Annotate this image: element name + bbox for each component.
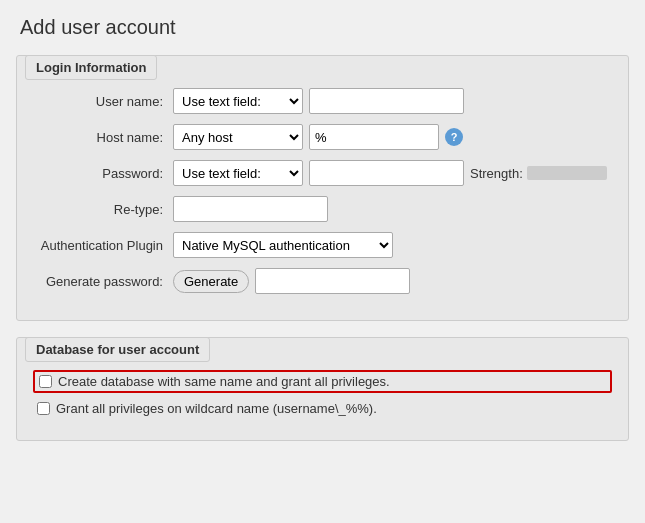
generate-password-row: Generate password: Generate bbox=[33, 268, 612, 294]
page-container: Add user account Login Information User … bbox=[0, 0, 645, 473]
strength-label: Strength: bbox=[470, 166, 523, 181]
login-section-header: Login Information bbox=[25, 55, 157, 80]
database-section: Database for user account Create databas… bbox=[16, 337, 629, 441]
wildcard-label: Grant all privileges on wildcard name (u… bbox=[56, 401, 377, 416]
retype-controls bbox=[173, 196, 612, 222]
auth-plugin-row: Authentication Plugin Native MySQL authe… bbox=[33, 232, 612, 258]
username-label: User name: bbox=[33, 94, 173, 109]
database-section-content: Create database with same name and grant… bbox=[33, 370, 612, 418]
generate-password-input[interactable] bbox=[255, 268, 410, 294]
auth-plugin-label: Authentication Plugin bbox=[33, 238, 173, 253]
username-controls: Use text field: Any user bbox=[173, 88, 612, 114]
database-section-header: Database for user account bbox=[25, 337, 210, 362]
username-row: User name: Use text field: Any user bbox=[33, 88, 612, 114]
generate-button[interactable]: Generate bbox=[173, 270, 249, 293]
create-db-checkbox[interactable] bbox=[39, 375, 52, 388]
auth-plugin-select[interactable]: Native MySQL authentication sha256_passw… bbox=[173, 232, 393, 258]
username-input[interactable] bbox=[309, 88, 464, 114]
hostname-input[interactable] bbox=[309, 124, 439, 150]
database-section-label: Database for user account bbox=[25, 337, 210, 362]
password-controls: Use text field: No password Strength: bbox=[173, 160, 612, 186]
password-type-select[interactable]: Use text field: No password bbox=[173, 160, 303, 186]
hostname-row: Host name: Any host Local Use text field… bbox=[33, 124, 612, 150]
username-type-select[interactable]: Use text field: Any user bbox=[173, 88, 303, 114]
login-section-label: Login Information bbox=[25, 55, 157, 80]
create-db-row: Create database with same name and grant… bbox=[33, 370, 612, 393]
auth-plugin-controls: Native MySQL authentication sha256_passw… bbox=[173, 232, 612, 258]
strength-container: Strength: bbox=[470, 166, 607, 181]
hostname-help-icon[interactable]: ? bbox=[445, 128, 463, 146]
password-label: Password: bbox=[33, 166, 173, 181]
hostname-type-select[interactable]: Any host Local Use text field: bbox=[173, 124, 303, 150]
generate-password-label: Generate password: bbox=[33, 274, 173, 289]
page-title: Add user account bbox=[16, 16, 629, 39]
create-db-label: Create database with same name and grant… bbox=[58, 374, 390, 389]
login-section: Login Information User name: Use text fi… bbox=[16, 55, 629, 321]
hostname-controls: Any host Local Use text field: ? bbox=[173, 124, 612, 150]
password-row: Password: Use text field: No password St… bbox=[33, 160, 612, 186]
generate-password-controls: Generate bbox=[173, 268, 612, 294]
hostname-label: Host name: bbox=[33, 130, 173, 145]
retype-row: Re-type: bbox=[33, 196, 612, 222]
strength-bar bbox=[527, 166, 607, 180]
password-input[interactable] bbox=[309, 160, 464, 186]
login-section-content: User name: Use text field: Any user Host… bbox=[33, 88, 612, 294]
retype-label: Re-type: bbox=[33, 202, 173, 217]
wildcard-checkbox[interactable] bbox=[37, 402, 50, 415]
wildcard-row: Grant all privileges on wildcard name (u… bbox=[33, 399, 612, 418]
retype-input[interactable] bbox=[173, 196, 328, 222]
